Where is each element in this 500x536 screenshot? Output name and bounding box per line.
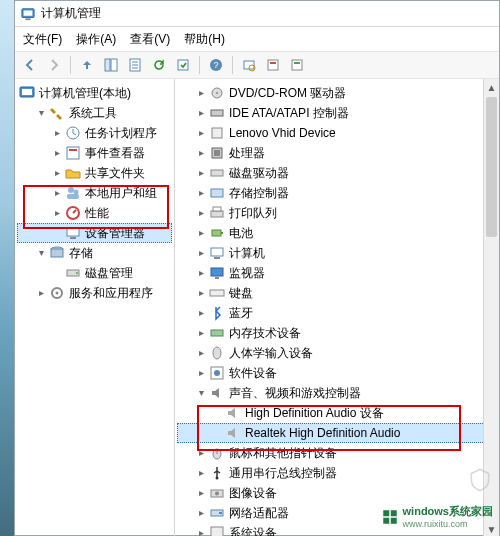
tree-group-system-tools[interactable]: ▾ 系统工具 <box>17 103 172 123</box>
scroll-thumb[interactable] <box>486 97 497 237</box>
expander-icon[interactable]: ▸ <box>51 146 63 158</box>
expander-icon[interactable]: ▸ <box>195 466 207 478</box>
tree-item-performance[interactable]: ▸ 性能 <box>17 203 172 223</box>
expander-icon[interactable]: ▸ <box>51 206 63 218</box>
svg-text:?: ? <box>213 60 218 70</box>
expander-icon[interactable]: ▸ <box>195 86 207 98</box>
device-category[interactable]: ▸DVD/CD-ROM 驱动器 <box>177 83 497 103</box>
device-category[interactable]: ▸存储控制器 <box>177 183 497 203</box>
expander-icon[interactable]: ▸ <box>195 266 207 278</box>
expander-icon[interactable]: ▸ <box>195 506 207 518</box>
tree-item-task-scheduler[interactable]: ▸ 任务计划程序 <box>17 123 172 143</box>
device-item-label: High Definition Audio 设备 <box>245 405 384 422</box>
expander-icon[interactable]: ▸ <box>195 106 207 118</box>
device-category[interactable]: ▾声音、视频和游戏控制器 <box>177 383 497 403</box>
expander-icon[interactable]: ▸ <box>195 346 207 358</box>
svg-point-36 <box>216 92 218 94</box>
device-enable-button[interactable] <box>286 54 308 76</box>
menu-help[interactable]: 帮助(H) <box>184 31 225 48</box>
expander-icon[interactable]: ▸ <box>195 446 207 458</box>
export-button[interactable] <box>172 54 194 76</box>
device-category[interactable]: ▸通用串行总线控制器 <box>177 463 497 483</box>
forward-button[interactable] <box>43 54 65 76</box>
device-category[interactable]: ▸内存技术设备 <box>177 323 497 343</box>
device-category[interactable]: ▸处理器 <box>177 143 497 163</box>
tree-group-services[interactable]: ▸ 服务和应用程序 <box>17 283 172 303</box>
svg-rect-30 <box>51 249 63 257</box>
refresh-icon <box>152 58 166 72</box>
device-props-icon <box>266 58 280 72</box>
ide-controller-icon <box>209 105 225 121</box>
device-tree[interactable]: ▸DVD/CD-ROM 驱动器▸IDE ATA/ATAPI 控制器▸Lenovo… <box>177 83 497 536</box>
sound-video-game-icon <box>209 385 225 401</box>
generic-device-icon <box>209 125 225 141</box>
tree-item-shared-folders[interactable]: ▸ 共享文件夹 <box>17 163 172 183</box>
scan-hardware-button[interactable] <box>238 54 260 76</box>
expander-icon[interactable]: ▸ <box>51 186 63 198</box>
device-category[interactable]: ▸打印队列 <box>177 203 497 223</box>
tree-item-local-users[interactable]: ▸ 本地用户和组 <box>17 183 172 203</box>
expander-icon[interactable]: ▸ <box>195 206 207 218</box>
scroll-up-arrow[interactable]: ▲ <box>484 79 499 95</box>
device-category[interactable]: ▸Lenovo Vhid Device <box>177 123 497 143</box>
expander-icon[interactable]: ▸ <box>195 286 207 298</box>
device-item[interactable]: Realtek High Definition Audio <box>177 423 497 443</box>
expander-icon[interactable]: ▸ <box>195 246 207 258</box>
device-item[interactable]: High Definition Audio 设备 <box>177 403 497 423</box>
expander-icon[interactable]: ▸ <box>195 126 207 138</box>
menu-file[interactable]: 文件(F) <box>23 31 62 48</box>
expander-icon[interactable]: ▸ <box>195 526 207 536</box>
device-category-label: 计算机 <box>229 245 265 262</box>
expander-icon[interactable]: ▾ <box>195 386 207 398</box>
expander-icon[interactable]: ▸ <box>195 326 207 338</box>
tree-item-device-manager[interactable]: 设备管理器 <box>17 223 172 243</box>
device-category[interactable]: ▸键盘 <box>177 283 497 303</box>
expander-icon[interactable]: ▸ <box>195 186 207 198</box>
device-category[interactable]: ▸人体学输入设备 <box>177 343 497 363</box>
console-tree[interactable]: 计算机管理(本地) ▾ 系统工具 ▸ 任务计划程序 ▸ 事件查看器 <box>17 83 172 303</box>
expander-icon[interactable]: ▸ <box>35 286 47 298</box>
expander-icon[interactable]: ▸ <box>51 126 63 138</box>
tree-root[interactable]: 计算机管理(本地) <box>17 83 172 103</box>
expander-icon[interactable]: ▾ <box>35 106 47 118</box>
device-props-button[interactable] <box>262 54 284 76</box>
device-category[interactable]: ▸电池 <box>177 223 497 243</box>
svg-rect-50 <box>215 277 219 279</box>
expander-icon[interactable]: ▾ <box>35 246 47 258</box>
expander-icon[interactable]: ▸ <box>51 166 63 178</box>
toolbar-separator <box>232 56 233 74</box>
menu-action[interactable]: 操作(A) <box>76 31 116 48</box>
device-category[interactable]: ▸图像设备 <box>177 483 497 503</box>
device-category[interactable]: ▸IDE ATA/ATAPI 控制器 <box>177 103 497 123</box>
network-adapter-icon <box>209 505 225 521</box>
expander-icon[interactable]: ▸ <box>195 226 207 238</box>
title-bar[interactable]: 计算机管理 <box>15 1 499 27</box>
tree-item-event-viewer[interactable]: ▸ 事件查看器 <box>17 143 172 163</box>
help-button[interactable]: ? <box>205 54 227 76</box>
properties-button[interactable] <box>124 54 146 76</box>
tree-item-disk-management[interactable]: 磁盘管理 <box>17 263 172 283</box>
back-button[interactable] <box>19 54 41 76</box>
menu-view[interactable]: 查看(V) <box>130 31 170 48</box>
svg-rect-16 <box>292 60 302 70</box>
device-category[interactable]: ▸监视器 <box>177 263 497 283</box>
show-hide-tree-button[interactable] <box>100 54 122 76</box>
device-category[interactable]: ▸磁盘驱动器 <box>177 163 497 183</box>
device-category[interactable]: ▸蓝牙 <box>177 303 497 323</box>
expander-icon[interactable]: ▸ <box>195 486 207 498</box>
svg-rect-45 <box>212 230 221 236</box>
expander-icon[interactable]: ▸ <box>195 306 207 318</box>
expander-icon[interactable]: ▸ <box>195 146 207 158</box>
expander-icon[interactable]: ▸ <box>195 366 207 378</box>
svg-rect-4 <box>111 59 117 71</box>
refresh-button[interactable] <box>148 54 170 76</box>
up-button[interactable] <box>76 54 98 76</box>
device-category[interactable]: ▸计算机 <box>177 243 497 263</box>
help-icon: ? <box>209 58 223 72</box>
device-category[interactable]: ▸软件设备 <box>177 363 497 383</box>
tree-group-storage[interactable]: ▾ 存储 <box>17 243 172 263</box>
svg-rect-21 <box>67 147 79 159</box>
svg-rect-66 <box>390 510 396 516</box>
device-category[interactable]: ▸鼠标和其他指针设备 <box>177 443 497 463</box>
expander-icon[interactable]: ▸ <box>195 166 207 178</box>
